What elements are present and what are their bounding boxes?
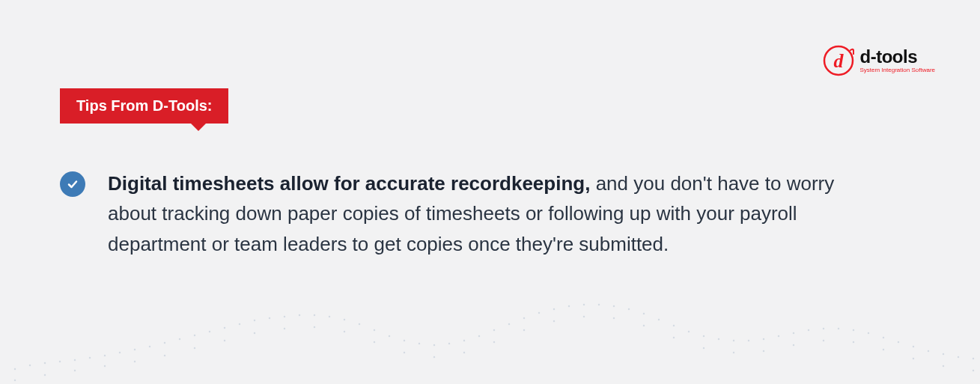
svg-point-12 xyxy=(194,335,195,336)
svg-point-74 xyxy=(284,328,285,329)
svg-point-24 xyxy=(374,329,375,331)
svg-point-85 xyxy=(613,317,615,319)
svg-point-71 xyxy=(194,347,195,349)
svg-point-21 xyxy=(329,316,330,317)
svg-point-61 xyxy=(928,350,929,352)
svg-point-4 xyxy=(74,359,76,361)
svg-point-19 xyxy=(299,314,300,316)
svg-text:d: d xyxy=(833,50,844,72)
svg-point-82 xyxy=(523,329,525,331)
svg-point-80 xyxy=(463,352,465,353)
svg-point-16 xyxy=(254,320,255,321)
svg-point-1 xyxy=(29,365,31,366)
svg-point-18 xyxy=(284,316,285,317)
svg-point-94 xyxy=(883,349,884,350)
svg-point-97 xyxy=(973,370,974,371)
svg-point-48 xyxy=(733,340,734,341)
svg-point-13 xyxy=(209,331,210,332)
svg-point-84 xyxy=(583,316,585,317)
svg-point-76 xyxy=(344,331,345,332)
svg-point-93 xyxy=(853,341,854,343)
svg-point-54 xyxy=(823,328,824,329)
svg-point-52 xyxy=(793,332,794,334)
svg-point-60 xyxy=(913,346,914,347)
svg-point-46 xyxy=(703,335,704,337)
svg-point-9 xyxy=(149,346,150,347)
svg-point-14 xyxy=(224,327,225,329)
svg-point-49 xyxy=(748,340,749,341)
svg-point-2 xyxy=(44,362,46,364)
svg-point-43 xyxy=(658,319,660,320)
svg-point-95 xyxy=(913,358,914,359)
svg-point-33 xyxy=(508,323,510,325)
svg-point-58 xyxy=(883,337,884,338)
logo-tagline: System Integration Software xyxy=(860,67,936,73)
svg-point-44 xyxy=(673,325,675,326)
svg-point-45 xyxy=(688,331,690,332)
logo-name: d-tools xyxy=(860,48,936,66)
svg-point-59 xyxy=(898,341,899,343)
svg-point-23 xyxy=(359,323,360,325)
svg-point-64 xyxy=(973,358,974,359)
logo-mark-icon: d xyxy=(823,45,854,76)
svg-point-41 xyxy=(628,308,630,310)
svg-point-56 xyxy=(853,329,854,331)
svg-point-29 xyxy=(448,343,450,344)
svg-point-7 xyxy=(119,352,121,353)
tip-text-bold: Digital timesheets allow for accurate re… xyxy=(108,172,590,195)
check-circle-icon xyxy=(60,171,85,197)
svg-point-3 xyxy=(59,361,61,362)
svg-point-15 xyxy=(239,323,240,325)
svg-point-91 xyxy=(793,344,794,346)
svg-point-87 xyxy=(673,337,675,338)
svg-point-73 xyxy=(254,332,255,334)
svg-point-26 xyxy=(404,340,405,341)
svg-point-65 xyxy=(14,380,16,381)
svg-point-89 xyxy=(733,352,734,353)
svg-point-53 xyxy=(808,329,809,331)
tips-tag-label: Tips From D-Tools: xyxy=(76,97,212,114)
svg-point-70 xyxy=(164,355,165,356)
svg-point-6 xyxy=(104,355,106,356)
brand-logo: d d-tools System Integration Software xyxy=(823,45,936,76)
svg-point-79 xyxy=(433,356,435,358)
svg-point-39 xyxy=(598,304,600,305)
svg-point-66 xyxy=(44,374,46,376)
tip-item: Digital timesheets allow for accurate re… xyxy=(60,168,890,259)
svg-point-83 xyxy=(553,320,555,322)
svg-point-42 xyxy=(643,313,645,314)
svg-point-78 xyxy=(404,352,405,353)
svg-point-50 xyxy=(763,338,764,340)
svg-point-92 xyxy=(823,340,824,341)
svg-point-67 xyxy=(74,370,76,371)
svg-point-36 xyxy=(553,308,555,310)
svg-point-5 xyxy=(89,357,91,359)
svg-point-63 xyxy=(958,356,959,358)
svg-point-38 xyxy=(583,304,585,305)
svg-point-17 xyxy=(269,317,270,319)
svg-point-88 xyxy=(703,347,704,349)
svg-point-31 xyxy=(478,335,480,337)
svg-point-25 xyxy=(389,335,390,337)
svg-point-81 xyxy=(493,341,495,343)
svg-point-62 xyxy=(943,353,944,355)
svg-point-10 xyxy=(164,342,165,344)
svg-point-34 xyxy=(523,317,525,319)
svg-point-57 xyxy=(868,332,869,334)
svg-point-37 xyxy=(568,305,570,307)
svg-point-40 xyxy=(613,305,615,307)
tips-tag: Tips From D-Tools: xyxy=(60,88,228,124)
svg-point-35 xyxy=(538,312,540,314)
svg-point-32 xyxy=(493,329,495,331)
svg-point-69 xyxy=(134,361,136,362)
svg-point-22 xyxy=(344,319,345,320)
svg-point-8 xyxy=(134,349,136,350)
svg-point-90 xyxy=(763,350,764,352)
svg-point-86 xyxy=(643,325,645,326)
svg-point-11 xyxy=(179,338,180,340)
svg-point-96 xyxy=(943,365,944,367)
svg-point-47 xyxy=(718,338,719,340)
svg-point-30 xyxy=(463,340,465,341)
svg-point-51 xyxy=(778,335,779,337)
svg-point-75 xyxy=(314,326,315,328)
